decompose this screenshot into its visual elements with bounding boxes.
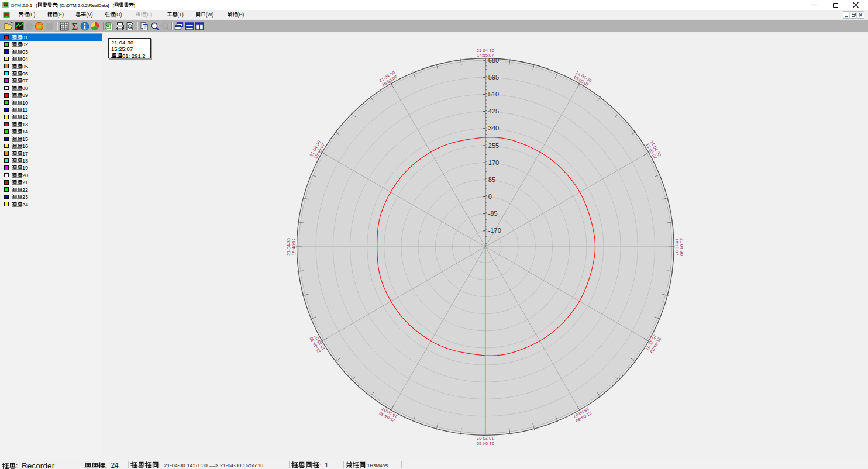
svg-text:-85: -85: [488, 210, 498, 217]
svg-text:15:10:07: 15:10:07: [674, 238, 680, 255]
svg-text:170: 170: [488, 159, 499, 166]
svg-text:595: 595: [488, 74, 499, 81]
svg-text:340: 340: [488, 125, 499, 132]
svg-text:85: 85: [488, 176, 495, 183]
svg-text:14:55:07: 14:55:07: [477, 53, 494, 58]
svg-text:15:40:07: 15:40:07: [291, 238, 297, 255]
svg-text:0: 0: [488, 193, 492, 200]
svg-text:425: 425: [488, 108, 499, 115]
svg-text:Σ: Σ: [71, 22, 77, 31]
svg-text:-170: -170: [488, 227, 501, 234]
svg-text:510: 510: [488, 91, 499, 98]
svg-text:255: 255: [488, 142, 499, 149]
svg-text:15:25:07: 15:25:07: [477, 436, 494, 441]
